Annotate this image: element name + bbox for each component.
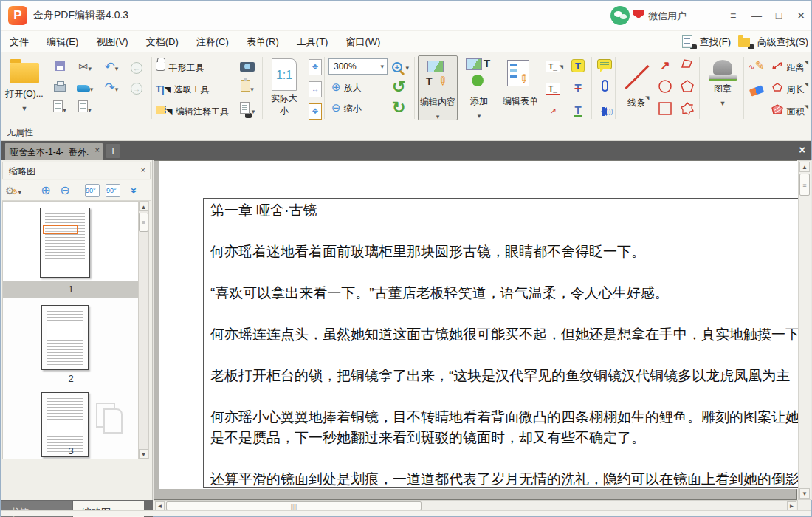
window-menu-button[interactable]: ≡ — [723, 7, 743, 24]
hand-tool-button[interactable]: 手形工具 — [156, 60, 204, 75]
rotate-page-ccw-button[interactable]: 90° — [85, 184, 100, 197]
rotate-right-button[interactable]: ↻ — [392, 98, 405, 117]
undo-button[interactable]: ↶▾ — [101, 58, 122, 78]
measure-distance-button[interactable]: 距离◥ — [771, 60, 804, 74]
menu-comment[interactable]: 注释(C) — [187, 31, 238, 53]
enlarge-thumbnails-button[interactable]: ⊕ — [38, 182, 54, 199]
thumbnail-scrollbar[interactable]: ▲ ≡ ▼ — [138, 201, 149, 459]
scan-button[interactable]: ▾ — [75, 79, 95, 98]
select-tool-button[interactable]: T|◥ 选取工具 — [156, 82, 210, 96]
tab-close-icon[interactable]: × — [95, 145, 100, 154]
cloud-tool-button[interactable] — [677, 101, 698, 120]
menu-form[interactable]: 表单(R) — [238, 31, 288, 53]
sound-button[interactable]: ))) — [594, 101, 615, 120]
line-tool-button[interactable]: 线条◥ — [619, 57, 653, 109]
snapshot-button[interactable] — [237, 57, 258, 76]
menu-file[interactable]: 文件 — [1, 31, 38, 53]
back-button[interactable]: ← — [126, 58, 147, 78]
minimize-button[interactable]: — — [746, 7, 767, 24]
scroll-up-icon[interactable]: ▲ — [139, 202, 148, 211]
fit-visible-button[interactable]: ✥ — [305, 101, 326, 120]
sticky-note-button[interactable] — [594, 57, 615, 76]
circle-tool-button[interactable] — [655, 79, 675, 98]
forward-icon: → — [131, 83, 142, 95]
redo-button[interactable]: ↷▾ — [101, 79, 122, 98]
new-tab-button[interactable]: + — [106, 144, 120, 158]
collapse-panel-button[interactable]: » — [126, 182, 142, 199]
vscroll-thumb[interactable]: ≡ — [799, 174, 810, 196]
app-window: P 金舟PDF编辑器4.0.3 微信用户 ≡ — □ ✕ 文件 编辑(E) 视图… — [0, 0, 812, 517]
edit-annotation-tool-button[interactable]: ◥ 编辑注释工具 — [156, 104, 229, 118]
scroll-down-icon[interactable]: ▼ — [139, 449, 148, 459]
pencil-tool-button[interactable]: ∿✏ — [746, 57, 767, 76]
attachment-button[interactable] — [594, 79, 615, 98]
polyline-tool-button[interactable] — [677, 57, 698, 76]
print-button[interactable] — [49, 79, 70, 98]
wechat-avatar-icon[interactable] — [610, 6, 630, 25]
underline-icon: T — [574, 105, 581, 117]
typewriter-button[interactable]: T_◥ — [543, 57, 563, 76]
rotate-left-button[interactable]: ↺ — [392, 78, 405, 97]
pdf-page[interactable]: 第一章 哑舍·古镜 何亦瑶着迷地看着面前玻璃柜里那块圆形古镜，眼睛都不舍得眨一下… — [159, 161, 798, 489]
marquee-zoom-button[interactable]: + ▾ — [392, 60, 409, 73]
close-button[interactable]: ✕ — [791, 7, 811, 24]
advanced-find-button[interactable]: 高级查找(S) — [738, 32, 808, 51]
hscroll-left-icon[interactable]: ◄ — [155, 501, 165, 510]
document-viewport[interactable]: 第一章 哑舍·古镜 何亦瑶着迷地看着面前玻璃柜里那块圆形古镜，眼睛都不舍得眨一下… — [154, 160, 797, 500]
strikethrough-button[interactable]: T — [568, 79, 588, 98]
edit-form-button[interactable]: ✏ 编辑表单 — [500, 55, 541, 120]
menu-view[interactable]: 视图(V) — [87, 31, 137, 53]
panel-close-icon[interactable]: × — [141, 165, 145, 174]
open-button[interactable]: 打开(O)... ▼ — [4, 57, 45, 119]
measure-perimeter-button[interactable]: 周长◥ — [771, 82, 804, 96]
underline-button[interactable]: T — [568, 101, 588, 120]
search-doc-button[interactable]: ▾ — [237, 101, 258, 120]
actual-size-icon: 1:1 — [272, 58, 297, 91]
clipboard-button[interactable]: ▾ — [237, 79, 258, 98]
document-tab[interactable]: 哑舍全本-1-4-_番外. × — [5, 143, 103, 160]
highlight-text-button[interactable]: T — [568, 57, 588, 76]
actual-size-button[interactable]: 1:1 实际大小 — [268, 58, 300, 117]
fit-width-button[interactable]: ↔ — [305, 79, 326, 98]
callout-button[interactable]: ↗T. — [543, 101, 563, 120]
edit-content-button[interactable]: T ✏ 编辑内容 ▾ — [418, 55, 458, 120]
zoom-in-button[interactable]: ⊕ 放大 — [331, 81, 362, 95]
rectangle-tool-button[interactable] — [655, 101, 675, 120]
doc-paragraph: 老板打开柜台的锁，把铜镜拿了出来，“这块是汉代罕见的鱼纹铜镜汉代铜镜多以龙虎凤凰… — [210, 366, 790, 386]
thumbnail-options-button[interactable]: ⚙⚙▾ — [5, 182, 21, 199]
arrow-tool-button[interactable]: ↗ — [655, 57, 675, 76]
measure-area-button[interactable]: 面积◥ — [771, 104, 804, 118]
forward-button[interactable]: → — [126, 79, 147, 98]
export-button[interactable]: ▾ — [49, 100, 70, 119]
rotate-page-cw-button[interactable]: 90° — [106, 184, 120, 197]
vscroll-down-icon[interactable]: ▼ — [799, 488, 810, 499]
zoom-level-select[interactable]: 300%▾ — [328, 58, 388, 75]
vertical-scrollbar[interactable]: ▲ ≡ ▼ — [798, 160, 811, 500]
pentagon-tool-button[interactable] — [677, 79, 698, 98]
user-name[interactable]: 微信用户 — [648, 10, 687, 23]
page-thumbnail-1[interactable] — [40, 208, 90, 278]
hscroll-thumb[interactable]: |||| — [166, 501, 422, 510]
save-button[interactable] — [49, 58, 70, 78]
vscroll-up-icon[interactable]: ▲ — [799, 162, 810, 172]
new-doc-button[interactable]: ▾ — [75, 100, 95, 119]
scroll-thumb[interactable]: ≡ — [139, 213, 148, 232]
page-thumbnail-2[interactable] — [41, 305, 89, 370]
add-button[interactable]: T 添加 ▾ — [461, 55, 497, 120]
close-document-button[interactable]: × — [799, 143, 805, 156]
email-button[interactable]: ✉▾ — [75, 58, 95, 78]
stamp-button[interactable]: 图章▼ — [703, 57, 742, 109]
fit-page-button[interactable]: ✥ — [305, 57, 326, 76]
hscroll-right-icon[interactable]: ► — [787, 501, 796, 510]
menu-tools[interactable]: 工具(T) — [288, 31, 337, 53]
eraser-tool-button[interactable] — [746, 82, 767, 101]
menu-edit[interactable]: 编辑(E) — [38, 31, 87, 53]
menu-window[interactable]: 窗口(W) — [337, 31, 389, 53]
menu-document[interactable]: 文档(D) — [137, 31, 187, 53]
perimeter-icon — [771, 82, 783, 92]
find-button[interactable]: 查找(F) — [682, 32, 731, 51]
shrink-thumbnails-button[interactable]: ⊖ — [57, 182, 73, 199]
maximize-button[interactable]: □ — [768, 7, 789, 24]
text-field-button[interactable]: T_ — [543, 79, 563, 98]
zoom-out-button[interactable]: ⊖ 缩小 — [331, 101, 362, 115]
